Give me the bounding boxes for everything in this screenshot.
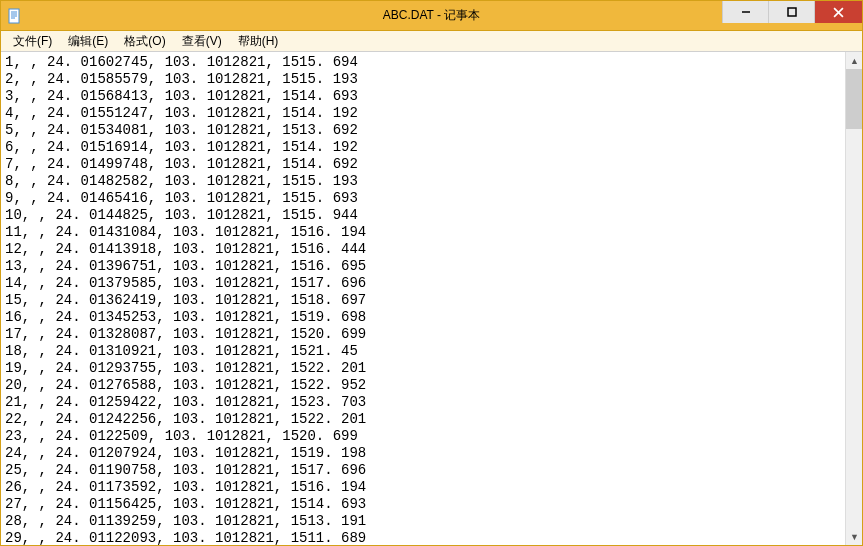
text-editor[interactable]: 1, , 24. 01602745, 103. 1012821, 1515. 6… (1, 52, 845, 545)
menu-view[interactable]: 查看(V) (174, 31, 230, 52)
content-area: 1, , 24. 01602745, 103. 1012821, 1515. 6… (1, 52, 862, 545)
scroll-down-arrow[interactable]: ▼ (846, 528, 863, 545)
menu-file[interactable]: 文件(F) (5, 31, 60, 52)
window-controls (722, 1, 862, 23)
app-icon (7, 8, 23, 24)
svg-rect-6 (788, 8, 796, 16)
menu-help[interactable]: 帮助(H) (230, 31, 287, 52)
minimize-button[interactable] (722, 1, 768, 23)
menubar: 文件(F) 编辑(E) 格式(O) 查看(V) 帮助(H) (1, 31, 862, 52)
maximize-button[interactable] (768, 1, 814, 23)
scroll-up-arrow[interactable]: ▲ (846, 52, 863, 69)
scroll-thumb[interactable] (846, 69, 863, 129)
window-title: ABC.DAT - 记事本 (383, 7, 481, 24)
vertical-scrollbar[interactable]: ▲ ▼ (845, 52, 862, 545)
titlebar: ABC.DAT - 记事本 (1, 1, 862, 31)
menu-format[interactable]: 格式(O) (116, 31, 173, 52)
menu-edit[interactable]: 编辑(E) (60, 31, 116, 52)
close-button[interactable] (814, 1, 862, 23)
